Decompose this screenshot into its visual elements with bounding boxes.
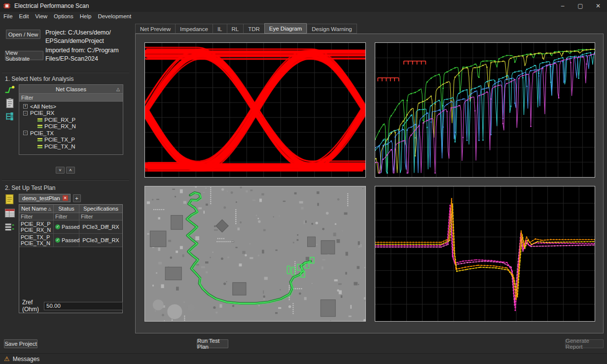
testplan-config-icon[interactable] bbox=[4, 221, 16, 233]
testplan-table-icon[interactable] bbox=[4, 207, 16, 219]
warning-icon: ⚠ bbox=[4, 356, 10, 362]
project-path-line1: Project: C:/Users/demo/ bbox=[45, 29, 111, 37]
spec-clipboard-icon[interactable] bbox=[4, 97, 16, 109]
collapse-icon[interactable]: − bbox=[23, 131, 28, 135]
spec-cell: PCIe3_Diff_RX bbox=[79, 220, 122, 233]
imported-path-label: Imported from: C:/Program Files/EP-Scan2… bbox=[45, 46, 119, 63]
tab-eye-diagram[interactable]: Eye Diagram bbox=[264, 23, 307, 34]
new-testplan-icon[interactable] bbox=[4, 193, 16, 205]
net-classes-panel: Net Classes △ Filter + <All Nets> − PCIE… bbox=[19, 84, 123, 155]
diff-pair-icon bbox=[37, 144, 43, 149]
view-substrate-button[interactable]: View Substrate bbox=[5, 51, 43, 60]
select-nets-icon[interactable] bbox=[4, 84, 16, 96]
testplan-filter-row: Filter Filter Filter bbox=[19, 213, 122, 220]
tree-label: <All Nets> bbox=[30, 104, 56, 109]
tab-tdr[interactable]: TDR bbox=[243, 24, 264, 34]
move-up-button[interactable]: ˄ bbox=[66, 167, 75, 174]
net-classes-tree: + <All Nets> − PCIE_RX PCIE_RX_P PCIE_RX… bbox=[19, 102, 123, 154]
passed-check-icon: ✓ bbox=[55, 224, 60, 229]
messages-label[interactable]: Messages bbox=[13, 356, 40, 363]
table-row[interactable]: PCIE_RX_P PCIE_RX_N ✓ Passed PCIe3_Diff_… bbox=[19, 220, 122, 234]
tab-net-preview[interactable]: Net Preview bbox=[135, 24, 175, 34]
tree-item-pcie-rx-n[interactable]: PCIE_RX_N bbox=[19, 123, 123, 130]
generate-report-button[interactable]: Generate Report bbox=[565, 339, 604, 348]
menu-file[interactable]: File bbox=[3, 13, 13, 19]
net-name: PCIE_TX_N bbox=[21, 240, 53, 246]
menu-help[interactable]: Help bbox=[80, 13, 92, 19]
testplan-table-header: Net Name △ Status Specifications bbox=[19, 205, 122, 213]
window-controls: – ▢ ✕ bbox=[554, 0, 607, 12]
maximize-button[interactable]: ▢ bbox=[571, 0, 589, 12]
close-button[interactable]: ✕ bbox=[589, 0, 607, 12]
result-tabs: Net Preview Impedance IL RL TDR Eye Diag… bbox=[135, 23, 357, 34]
tree-label: PCIE_RX_P bbox=[44, 117, 75, 123]
tab-il[interactable]: IL bbox=[213, 24, 227, 34]
add-testplan-button[interactable]: + bbox=[73, 194, 81, 202]
net-classes-header[interactable]: Net Classes △ bbox=[19, 85, 123, 94]
minimize-button[interactable]: – bbox=[554, 0, 571, 12]
move-down-button[interactable]: ˅ bbox=[56, 167, 65, 174]
run-test-plan-button[interactable]: Run Test Plan bbox=[197, 339, 228, 348]
pcb-layout-view[interactable] bbox=[144, 186, 366, 322]
insertion-loss-plot[interactable] bbox=[375, 42, 595, 178]
net-classes-header-label: Net Classes bbox=[56, 86, 86, 92]
zref-input[interactable] bbox=[44, 302, 123, 310]
spec-cell: PCIe3_Diff_RX bbox=[79, 234, 122, 247]
column-header-status[interactable]: Status bbox=[54, 205, 79, 213]
status-filter-input[interactable]: Filter bbox=[54, 213, 79, 220]
tree-item-pcie-rx[interactable]: − PCIE_RX bbox=[19, 110, 123, 117]
net-hierarchy-icon[interactable] bbox=[4, 110, 16, 122]
net-name: PCIE_RX_N bbox=[21, 227, 53, 233]
testplan-panel: Net Name △ Status Specifications Filter … bbox=[19, 204, 123, 313]
statusbar: ⚠ Messages bbox=[0, 353, 607, 364]
menu-options[interactable]: Options bbox=[54, 13, 73, 19]
menubar: File Edit View Options Help Development bbox=[0, 12, 131, 21]
status-cell: ✓ Passed bbox=[54, 220, 79, 233]
diff-pair-icon bbox=[37, 117, 43, 122]
window-title: Electrical Performance Scan bbox=[14, 2, 89, 9]
sort-triangle-icon[interactable]: △ bbox=[48, 207, 51, 211]
tab-impedance[interactable]: Impedance bbox=[175, 24, 213, 34]
net-name: PCIE_RX_P bbox=[21, 221, 53, 227]
project-path-label: Project: C:/Users/demo/ EPScan/demoProje… bbox=[45, 29, 111, 45]
menu-edit[interactable]: Edit bbox=[19, 13, 29, 19]
column-header-specifications[interactable]: Specifications bbox=[79, 205, 122, 213]
tree-label: PCIE_RX_N bbox=[44, 123, 76, 129]
menu-view[interactable]: View bbox=[35, 13, 47, 19]
results-panel bbox=[135, 34, 604, 333]
spec-filter-input[interactable]: Filter bbox=[79, 213, 122, 220]
tree-label: PCIE_TX_N bbox=[44, 144, 75, 149]
tab-rl[interactable]: RL bbox=[227, 24, 244, 34]
close-tab-icon[interactable]: ✕ bbox=[63, 195, 68, 201]
diff-pair-icon bbox=[37, 124, 43, 129]
open-new-button[interactable]: Open / New bbox=[6, 30, 40, 39]
project-path-line2: EPScan/demoProject bbox=[45, 37, 111, 45]
save-project-button[interactable]: Save Project bbox=[4, 339, 37, 348]
passed-check-icon: ✓ bbox=[55, 238, 60, 243]
menu-development[interactable]: Development bbox=[98, 13, 131, 19]
tree-item-pcie-tx-n[interactable]: PCIE_TX_N bbox=[19, 143, 123, 150]
testplan-tab-row: demo_testPlan ✕ + bbox=[19, 194, 81, 202]
tree-item-pcie-rx-p[interactable]: PCIE_RX_P bbox=[19, 116, 123, 123]
zref-row: Zref (Ohm) bbox=[19, 301, 122, 313]
eye-diagram-plot[interactable] bbox=[144, 42, 366, 178]
titlebar: Electrical Performance Scan – ▢ ✕ bbox=[0, 0, 607, 12]
collapse-icon[interactable]: − bbox=[23, 111, 28, 115]
tab-design-warning[interactable]: Design Warning bbox=[307, 24, 357, 34]
tree-label: PCIE_TX_P bbox=[44, 137, 75, 143]
status-badge: Passed bbox=[62, 237, 80, 243]
sort-triangle-icon[interactable]: △ bbox=[116, 87, 120, 92]
net-filter-input[interactable]: Filter bbox=[19, 213, 54, 220]
tree-item-all-nets[interactable]: + <All Nets> bbox=[19, 103, 123, 110]
net-classes-filter-input[interactable]: Filter bbox=[19, 94, 123, 102]
sidebar-separator bbox=[2, 72, 129, 73]
table-row[interactable]: PCIE_TX_P PCIE_TX_N ✓ Passed PCIe3_Diff_… bbox=[19, 234, 122, 247]
tree-item-pcie-tx[interactable]: − PCIE_TX bbox=[19, 130, 123, 137]
tree-item-pcie-tx-p[interactable]: PCIE_TX_P bbox=[19, 137, 123, 144]
net-name: PCIE_TX_P bbox=[21, 234, 53, 240]
net-names-cell: PCIE_RX_P PCIE_RX_N bbox=[19, 220, 54, 233]
tdr-plot[interactable] bbox=[375, 186, 595, 322]
testplan-tab[interactable]: demo_testPlan ✕ bbox=[19, 194, 71, 202]
column-header-net-name[interactable]: Net Name △ bbox=[19, 205, 54, 213]
expand-icon[interactable]: + bbox=[23, 104, 28, 109]
